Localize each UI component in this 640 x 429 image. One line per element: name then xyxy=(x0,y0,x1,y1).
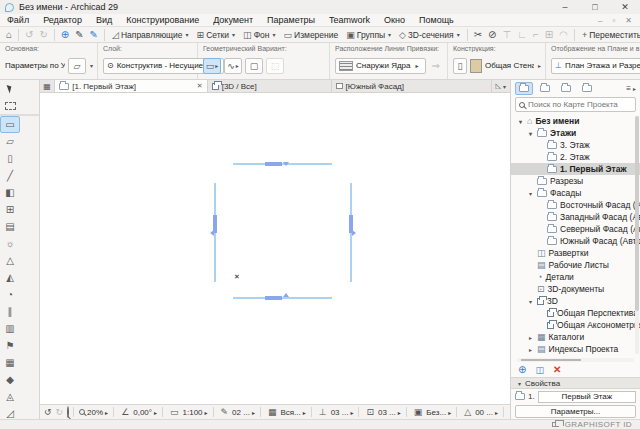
menu-view[interactable]: Вид xyxy=(89,15,119,25)
tree-item-story-2[interactable]: 2. Этаж xyxy=(511,151,640,163)
menu-design[interactable]: Конструирование xyxy=(119,15,206,25)
roof-tool[interactable]: △ xyxy=(0,252,20,269)
close-icon[interactable]: ✕ xyxy=(191,82,203,90)
floor-plan-canvas[interactable]: ✕ xyxy=(40,93,510,404)
menu-document[interactable]: Документ xyxy=(206,15,260,25)
wall-bottom-segment[interactable] xyxy=(265,296,282,300)
door-tool[interactable]: ◧ xyxy=(0,184,20,201)
layer-combination-dropdown[interactable]: ▦ Вся...▸ xyxy=(263,407,309,417)
tree-item-details[interactable]: ◔Детали xyxy=(511,271,640,283)
zone-tool[interactable]: ⚑ xyxy=(0,337,20,354)
column-tool[interactable]: ▯ xyxy=(0,150,20,167)
doc-close-icon[interactable]: ✕ xyxy=(625,16,632,25)
slab-tool[interactable]: ▱ xyxy=(0,133,20,150)
tree-item-worksheets[interactable]: ▤Рабочие Листы xyxy=(511,259,640,271)
select-tool[interactable] xyxy=(0,80,20,97)
tree-item-story-3[interactable]: 3. Этаж xyxy=(511,139,640,151)
pen-set-dropdown[interactable]: ✎ 02 ...▸ xyxy=(216,407,258,417)
ramp-tool[interactable]: ◿ xyxy=(0,405,20,419)
delete-icon[interactable]: ✕ xyxy=(553,364,561,375)
dimension2-dropdown[interactable]: ⊡ 03 ...▸ xyxy=(361,407,403,417)
minimize-button[interactable]: – xyxy=(550,2,580,12)
add-story-icon[interactable]: ⊕ xyxy=(518,364,526,375)
stretch-icon[interactable]: ◠ xyxy=(556,28,571,42)
renovation-filter-dropdown[interactable]: ▣ Без...▸ xyxy=(409,407,454,417)
adjust-icon[interactable]: ⊘ xyxy=(485,28,499,42)
redo-icon[interactable]: ↻ xyxy=(36,28,50,42)
tab-overview-button[interactable]: ▦ xyxy=(40,80,55,92)
lamp-tool[interactable]: ☼ xyxy=(0,235,20,252)
curtain-wall-tool[interactable]: ▥ xyxy=(0,320,20,337)
tree-item-elevation-south[interactable]: Южный Фасад (Автоматическ xyxy=(511,235,640,247)
grid-tool[interactable]: ▦ xyxy=(0,354,20,371)
copy-settings-icon[interactable]: ◫ xyxy=(535,365,544,375)
tab-3d-all[interactable]: [3D / Все] xyxy=(208,80,332,92)
measure-button[interactable]: ▭ Измерение xyxy=(280,30,343,40)
groups-dropdown[interactable]: ▣ Группы ▾ xyxy=(342,30,395,40)
composite-name[interactable]: Общая Стена/... xyxy=(485,61,534,70)
wall-default-settings-button[interactable]: ▱ xyxy=(68,58,86,74)
tree-item-generic-perspective[interactable]: Общая Перспектива xyxy=(511,307,640,319)
tab-south-elevation[interactable]: [Южный Фасад] xyxy=(332,80,492,92)
resize-icon[interactable]: ⊞ xyxy=(542,28,556,42)
level-dropdown[interactable]: △ 00 ...▸ xyxy=(459,407,501,417)
tree-horizontal-scrollbar[interactable] xyxy=(517,358,634,362)
tree-item-schedules[interactable]: ▸▦Каталоги xyxy=(511,331,640,343)
next-zoom-icon[interactable]: ↻ xyxy=(54,407,66,417)
tree-item-3d-documents[interactable]: ⊡3D-документы xyxy=(511,283,640,295)
story-name-field[interactable] xyxy=(538,391,636,403)
wall-top-segment[interactable] xyxy=(265,162,282,166)
fillet-icon[interactable]: ∟ xyxy=(514,28,530,42)
tree-item-elevation-north[interactable]: Северный Фасад (Автоматиче xyxy=(511,223,640,235)
cascade-windows-icon[interactable] xyxy=(552,422,559,427)
geometry-straight-wall-button[interactable]: ▭▸ xyxy=(203,58,221,74)
geometry-curved-wall-button[interactable]: ∿▸ xyxy=(224,58,242,74)
project-map-button[interactable] xyxy=(515,82,533,95)
beam-tool[interactable]: ╱ xyxy=(0,167,20,184)
tree-item-project[interactable]: ▾⌂Без имени xyxy=(511,115,640,127)
undo-icon[interactable]: ↺ xyxy=(22,28,36,42)
background-dropdown[interactable]: ◫ Фон ▾ xyxy=(239,30,279,40)
intersect-icon[interactable]: ⌐ xyxy=(530,28,542,42)
scale-dropdown[interactable]: ▭ 1:100▸ xyxy=(165,407,211,417)
tab-first-floor[interactable]: [1. Первый Этаж] ✕ xyxy=(55,80,207,92)
tree-item-story-1[interactable]: 1. Первый Этаж xyxy=(511,163,640,175)
tree-item-interior-elevations[interactable]: ◫Развертки xyxy=(511,247,640,259)
tree-item-stories[interactable]: ▾Этажи xyxy=(511,127,640,139)
close-button[interactable]: ✕ xyxy=(610,2,640,12)
guides-dropdown[interactable]: ◿ Направляющие ▾ xyxy=(108,30,193,40)
railing-tool[interactable]: ∥ xyxy=(0,303,20,320)
zoom-level-dropdown[interactable]: 20%▸ xyxy=(76,408,111,417)
stair-tool[interactable]: ▤ xyxy=(0,218,20,235)
inject-parameters-icon[interactable]: ✎ xyxy=(72,28,86,42)
geometry-rectangle-wall-button[interactable]: ⬚ xyxy=(266,58,284,74)
tree-item-generic-axonometry[interactable]: Общая Аксонометрия xyxy=(511,319,640,331)
properties-header[interactable]: ▾ Свойства xyxy=(511,377,640,389)
inject-parameters2-icon[interactable]: ✎ xyxy=(87,28,101,42)
settings-button[interactable]: Параметры... xyxy=(515,405,636,418)
flip-reference-icon[interactable]: ⇒ xyxy=(429,59,443,73)
window-tool[interactable]: ⊞ xyxy=(0,201,20,218)
tree-item-elevation-east[interactable]: Восточный Фасад (Автоматич xyxy=(511,199,640,211)
view-map-button[interactable] xyxy=(536,82,554,95)
tree-item-sections[interactable]: Разрезы xyxy=(511,175,640,187)
mesh-tool[interactable]: ◭ xyxy=(0,269,20,286)
menu-edit[interactable]: Редактор xyxy=(36,15,89,25)
publisher-button[interactable] xyxy=(578,82,596,95)
structure-type-button[interactable]: ▯ xyxy=(453,58,467,74)
menu-options[interactable]: Параметры xyxy=(260,15,322,25)
menu-help[interactable]: Помощь xyxy=(412,15,461,25)
tree-item-elevations[interactable]: ▾Фасады xyxy=(511,187,640,199)
geometry-chained-wall-button[interactable]: ▢ xyxy=(245,58,263,74)
tab-list-dropdown[interactable]: ◺ ▾ xyxy=(492,80,510,92)
wall-tool[interactable]: ▭ xyxy=(0,116,20,133)
graphisoft-id-label[interactable]: GRAPHISOFT ID xyxy=(565,420,632,429)
layout-book-button[interactable] xyxy=(557,82,575,95)
floor-plan-display-dropdown[interactable]: ⊥ План Этажа и Разрез... ▸ xyxy=(551,58,640,74)
sections-3d-dropdown[interactable]: ◇ 3D-сечения ▾ xyxy=(395,30,464,40)
marquee-tool[interactable] xyxy=(0,97,20,114)
previous-zoom-icon[interactable]: ↺ xyxy=(42,407,54,417)
split-icon[interactable]: ✂ xyxy=(471,28,485,42)
search-input[interactable] xyxy=(528,100,632,109)
grids-dropdown[interactable]: ⊞ Сетки ▾ xyxy=(193,30,240,40)
